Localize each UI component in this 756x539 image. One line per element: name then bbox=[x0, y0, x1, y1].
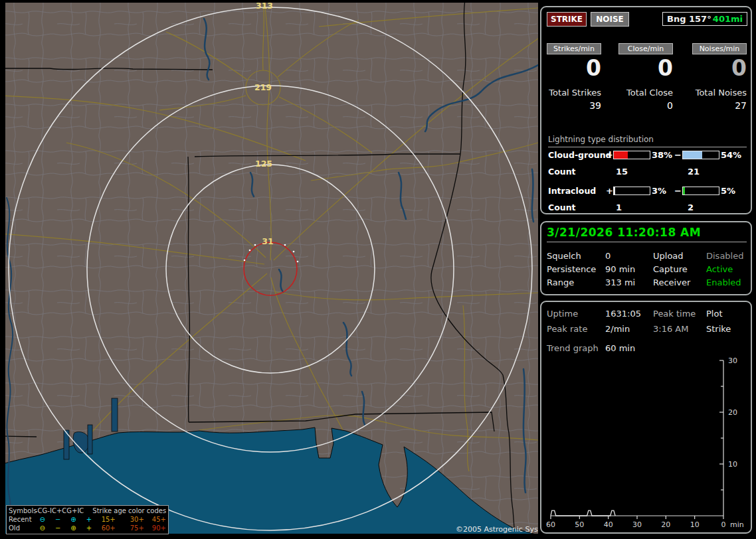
plus-sign: + bbox=[606, 150, 613, 160]
age-60: 60+ bbox=[102, 524, 116, 532]
close-per-min-value: 0 bbox=[618, 57, 673, 80]
ring-label-219: 219 bbox=[254, 82, 272, 92]
pos-ic-recent-icon: + bbox=[81, 515, 96, 524]
map-canvas: 313 219 125 31 ©2005 Astrogenic Systems bbox=[5, 3, 538, 534]
ic-minus-count: 2 bbox=[688, 202, 694, 212]
cg-plus-pct: 38% bbox=[652, 150, 672, 160]
peak-rate-value: 2/min bbox=[605, 324, 630, 334]
plus-sign: + bbox=[606, 186, 613, 196]
squelch-value: 0 bbox=[605, 251, 611, 261]
trend-graph-value: 60 min bbox=[605, 343, 635, 353]
peak-rate-label: Peak rate bbox=[547, 324, 587, 334]
squelch-label: Squelch bbox=[547, 251, 581, 261]
ring-label-31: 31 bbox=[262, 236, 273, 246]
legend-recent-row: Recent ⊖ − ⊕ + 15+ 30+ 45+ bbox=[9, 515, 166, 524]
count-label: Count bbox=[548, 167, 576, 177]
trend-graph: 1020306050403020100min bbox=[541, 354, 753, 534]
ic-plus-count: 1 bbox=[616, 202, 622, 212]
age-30: 30+ bbox=[130, 515, 144, 524]
ic-minus-bar bbox=[682, 187, 719, 195]
age-15: 15+ bbox=[102, 515, 116, 524]
intracloud-row: Intracloud + 3% − 5% bbox=[541, 186, 751, 196]
count-label: Count bbox=[548, 202, 576, 212]
legend-col-nic: -IC bbox=[47, 506, 56, 515]
svg-text:30: 30 bbox=[632, 520, 642, 529]
cg-minus-count: 21 bbox=[688, 167, 700, 177]
bearing-range-value: 401mi bbox=[713, 14, 743, 24]
persistence-label: Persistence bbox=[547, 264, 596, 274]
age-90: 90+ bbox=[152, 524, 166, 532]
range-label: Range bbox=[547, 277, 574, 287]
receiver-value: Enabled bbox=[706, 277, 741, 287]
cloud-ground-row: Cloud-ground + 38% − 54% bbox=[541, 150, 751, 160]
neg-cg-recent-icon: ⊖ bbox=[35, 515, 50, 524]
noises-column: Noises/min 0 Total Noises 27 bbox=[692, 43, 747, 111]
svg-text:40: 40 bbox=[604, 520, 613, 529]
uptime-value: 1631:05 bbox=[605, 309, 641, 319]
total-close-label: Total Close bbox=[618, 88, 673, 98]
bearing-value: Bng 157° bbox=[667, 14, 711, 24]
total-noises-value: 27 bbox=[692, 100, 747, 111]
strikes-column: Strikes/min 0 Total Strikes 39 bbox=[547, 43, 601, 111]
legend-header-row: Symbols -CG -IC +CG +IC Strike age color… bbox=[9, 506, 166, 515]
legend-age-title: Strike age color codes bbox=[92, 506, 166, 515]
noises-per-min-button[interactable]: Noises/min bbox=[692, 43, 747, 54]
neg-cg-old-icon: ⊖ bbox=[35, 524, 50, 532]
svg-text:50: 50 bbox=[575, 520, 584, 529]
upload-label: Upload bbox=[653, 251, 684, 261]
intracloud-label: Intracloud bbox=[548, 186, 596, 196]
svg-text:min: min bbox=[730, 520, 744, 529]
ring-label-313: 313 bbox=[256, 3, 273, 11]
peak-time-value: 3:16 AM bbox=[653, 324, 688, 334]
close-column: Close/min 0 Total Close 0 bbox=[618, 43, 673, 111]
svg-text:60: 60 bbox=[546, 520, 555, 529]
age-45: 45+ bbox=[152, 515, 166, 524]
persistence-value: 90 min bbox=[605, 264, 635, 274]
uptime-label: Uptime bbox=[547, 309, 578, 319]
total-strikes-value: 39 bbox=[547, 100, 601, 111]
noise-mode-button[interactable]: NOISE bbox=[591, 12, 629, 27]
ic-minus-pct: 5% bbox=[721, 186, 735, 196]
capture-label: Capture bbox=[653, 264, 688, 274]
legend-old-row: Old ⊖ − ⊕ + 60+ 75+ 90+ bbox=[9, 524, 166, 532]
svg-text:10: 10 bbox=[690, 520, 700, 529]
total-strikes-label: Total Strikes bbox=[547, 88, 601, 98]
legend-col-pcg: +CG bbox=[56, 506, 72, 515]
cg-plus-bar bbox=[613, 151, 650, 159]
cg-minus-pct: 54% bbox=[721, 150, 741, 160]
svg-text:20: 20 bbox=[661, 520, 670, 529]
counters-panel: STRIKE NOISE Bng 157° 401mi Strikes/min … bbox=[540, 6, 752, 214]
map-legend: Symbols -CG -IC +CG +IC Strike age color… bbox=[6, 505, 169, 534]
legend-col-ncg: -CG bbox=[35, 506, 47, 515]
pos-cg-old-icon: ⊕ bbox=[66, 524, 81, 532]
close-per-min-button[interactable]: Close/min bbox=[618, 43, 673, 54]
receiver-label: Receiver bbox=[653, 277, 690, 287]
neg-ic-recent-icon: − bbox=[50, 515, 65, 524]
lightning-map[interactable]: 313 219 125 31 ©2005 Astrogenic Systems bbox=[5, 3, 538, 534]
pos-cg-recent-icon: ⊕ bbox=[66, 515, 81, 524]
distribution-title: Lightning type distribution bbox=[548, 135, 747, 147]
strike-mode-button[interactable]: STRIKE bbox=[547, 12, 587, 27]
ic-plus-bar bbox=[613, 187, 650, 195]
legend-col-pic: +IC bbox=[72, 506, 84, 515]
datetime-display: 3/21/2026 11:20:18 AM bbox=[547, 226, 747, 242]
minus-sign: − bbox=[674, 186, 682, 196]
cg-minus-bar bbox=[682, 151, 719, 159]
cg-plus-count: 15 bbox=[616, 167, 628, 177]
strikes-per-min-button[interactable]: Strikes/min bbox=[547, 43, 601, 54]
svg-text:0: 0 bbox=[721, 520, 726, 529]
total-noises-label: Total Noises bbox=[692, 88, 747, 98]
cloud-ground-label: Cloud-ground bbox=[548, 150, 612, 160]
svg-text:10: 10 bbox=[728, 460, 737, 469]
svg-text:30: 30 bbox=[728, 356, 737, 365]
neg-ic-old-icon: − bbox=[50, 524, 65, 532]
legend-recent-label: Recent bbox=[9, 515, 35, 524]
svg-text:20: 20 bbox=[728, 408, 737, 417]
legend-symbols-label: Symbols bbox=[9, 506, 35, 515]
minus-sign: − bbox=[674, 150, 682, 160]
ring-label-125: 125 bbox=[255, 159, 272, 169]
copyright-text: ©2005 Astrogenic Systems bbox=[456, 525, 538, 534]
peak-time-label: Peak time bbox=[653, 309, 696, 319]
strikes-per-min-value: 0 bbox=[547, 57, 601, 80]
age-75: 75+ bbox=[130, 524, 144, 532]
